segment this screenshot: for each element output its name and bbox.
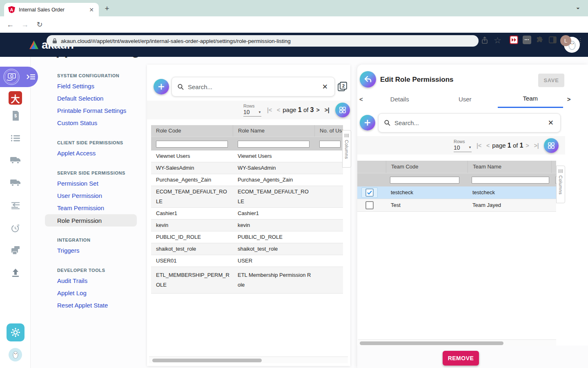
columns-grid-button[interactable] (335, 103, 350, 117)
tabs-scroll-left-icon[interactable]: < (359, 96, 363, 108)
new-tab-button[interactable]: + (102, 4, 112, 13)
browser-tab[interactable]: A Internal Sales Order ✕ (4, 3, 99, 16)
extension-red-icon[interactable] (510, 36, 518, 44)
upload-applet-button[interactable] (0, 269, 31, 278)
team-search-box[interactable]: ✕ (378, 113, 561, 132)
sidebar-item-triggers[interactable]: Triggers (57, 247, 79, 254)
role-row[interactable]: ETL_MEMBERSHIP_PERM_ROLEETL Membership P… (151, 267, 343, 294)
filter-no-of-users-input[interactable] (319, 141, 341, 148)
column-header-team-code[interactable]: Team Code (386, 161, 468, 173)
team-checkbox[interactable] (365, 201, 374, 209)
prev-page-icon[interactable]: < (486, 142, 490, 149)
duplicate-count-icon[interactable]: 2 (337, 81, 347, 94)
extensions-puzzle-icon[interactable] (536, 36, 544, 46)
tabs-scroll-right-icon[interactable]: > (567, 96, 571, 108)
add-role-button[interactable] (154, 79, 169, 94)
team-row-selected[interactable]: testcheck testcheck (357, 186, 556, 199)
remove-button[interactable]: REMOVE (443, 351, 479, 366)
first-page-icon[interactable]: |< (267, 107, 272, 113)
tab-user[interactable]: User (432, 96, 498, 108)
filter-team-code-input[interactable] (390, 177, 459, 184)
last-page-icon[interactable]: >| (325, 107, 330, 113)
settings-button[interactable] (0, 323, 31, 341)
sidebar-item-audit-trails[interactable]: Audit Trails (57, 277, 87, 284)
print-applet-button[interactable] (0, 246, 31, 255)
sidebar-item-field-settings[interactable]: Field Settings (57, 83, 94, 90)
columns-side-tab[interactable]: Columns (556, 166, 565, 203)
role-table-hscrollbar[interactable] (149, 357, 348, 363)
sidebar-item-role-permission-active[interactable]: Role Permission (45, 214, 137, 227)
column-header-no-of-users[interactable]: No. of Users (314, 125, 343, 137)
prev-page-icon[interactable]: < (277, 107, 280, 113)
mascot-avatar-button[interactable] (0, 348, 31, 361)
filter-role-name-input[interactable] (238, 141, 310, 148)
team-search-input[interactable] (394, 119, 547, 126)
expand-menu-icon[interactable] (27, 73, 36, 81)
tab-close-icon[interactable]: ✕ (88, 7, 95, 13)
role-row[interactable]: USER01USER (151, 255, 343, 267)
reload-icon[interactable]: ↻ (34, 20, 45, 30)
browser-menu-icon[interactable]: ⋮ (577, 37, 584, 44)
shipment-applet-button[interactable] (0, 179, 31, 187)
url-bar[interactable]: akaun.cloud/#/applet/tnt/wavelet/erp/int… (47, 35, 479, 47)
history-applet-button[interactable]: ? (0, 224, 31, 233)
column-header-no-of-users[interactable]: No. of Users (551, 161, 556, 173)
tab-team-active[interactable]: Team (498, 95, 563, 108)
browser-profile-avatar[interactable]: L (560, 35, 571, 46)
filter-role-code-input[interactable] (156, 141, 228, 148)
add-team-button[interactable] (360, 115, 375, 130)
sidebar-item-applet-log[interactable]: Applet Log (57, 289, 87, 296)
scrollbar-thumb[interactable] (360, 341, 503, 345)
columns-side-tab[interactable]: Columns (342, 130, 351, 168)
list-applet-button[interactable] (0, 135, 31, 142)
rows-selector[interactable]: Rows 10▼ (243, 103, 261, 117)
scrollbar-thumb[interactable] (152, 359, 262, 362)
save-button[interactable]: SAVE (538, 74, 564, 87)
team-row[interactable]: Test Team Jayed (357, 199, 556, 212)
role-search-input[interactable] (188, 83, 321, 90)
back-to-listing-button[interactable] (360, 71, 376, 88)
role-row[interactable]: ECOM_TEAM_DEFAULT_ROLEECOM_TEAM_DEFAULT_… (151, 186, 343, 208)
extension-dots-icon[interactable]: ••• (523, 36, 531, 44)
bookmark-star-icon[interactable]: ☆ (494, 36, 501, 45)
sidebar-item-permission-set[interactable]: Permission Set (57, 180, 98, 187)
columns-grid-button[interactable] (544, 138, 559, 153)
sidebar-item-printable-format[interactable]: Printable Format Settings (57, 107, 126, 114)
tab-details[interactable]: Details (367, 96, 432, 108)
next-page-icon[interactable]: > (526, 142, 529, 149)
dai-applet-button[interactable]: 大 (0, 91, 31, 105)
sidebar-item-team-permission[interactable]: Team Permission (57, 204, 104, 211)
delivery-applet-button[interactable] (0, 156, 31, 164)
role-row[interactable]: kevinkevin (151, 220, 343, 231)
sidebar-item-custom-status[interactable]: Custom Status (57, 119, 97, 126)
last-page-icon[interactable]: >| (534, 142, 539, 149)
team-checkbox-checked[interactable] (365, 188, 374, 197)
sidebar-item-default-selection[interactable]: Default Selection (57, 95, 103, 102)
clear-search-icon[interactable]: ✕ (547, 119, 555, 127)
role-row[interactable]: Viewnet UsersViewnet Users (151, 150, 343, 162)
side-panel-icon[interactable] (549, 36, 557, 45)
back-icon[interactable]: ← (5, 20, 16, 30)
sidebar-item-applet-access[interactable]: Applet Access (57, 150, 96, 157)
role-row[interactable]: Purchase_Agents_ZainPurchase_Agents_Zain (151, 174, 343, 186)
role-row[interactable]: PUBLIC_ID_ROLEPUBLIC_ID_ROLE (151, 231, 343, 243)
rows-selector[interactable]: Rows 10▼ (454, 139, 472, 152)
role-row[interactable]: shaikot_test_roleshaikot_test_role (151, 243, 343, 255)
sidebar-item-reset-applet-state[interactable]: Reset Applet State (57, 302, 108, 309)
role-row[interactable]: Cashier1Cashier1 (151, 208, 343, 220)
invoice-applet-button[interactable]: $ (0, 110, 31, 121)
active-applet-pill[interactable] (0, 67, 38, 87)
clear-search-icon[interactable]: ✕ (321, 83, 329, 91)
sidebar-item-user-permission[interactable]: User Permission (57, 192, 102, 199)
role-search-box[interactable]: ✕ (172, 77, 335, 96)
filter-team-name-input[interactable] (472, 177, 549, 184)
column-header-role-name[interactable]: Role Name (233, 125, 314, 137)
first-page-icon[interactable]: |< (477, 142, 481, 149)
role-row[interactable]: WY-SalesAdminWY-SalesAdmin (151, 162, 343, 174)
share-icon[interactable] (481, 36, 488, 46)
forward-icon[interactable]: → (20, 20, 30, 30)
next-page-icon[interactable]: > (316, 107, 320, 113)
transfer-applet-button[interactable] (0, 202, 31, 209)
team-table-hscrollbar[interactable] (358, 339, 556, 346)
column-header-role-code[interactable]: Role Code (151, 125, 233, 137)
